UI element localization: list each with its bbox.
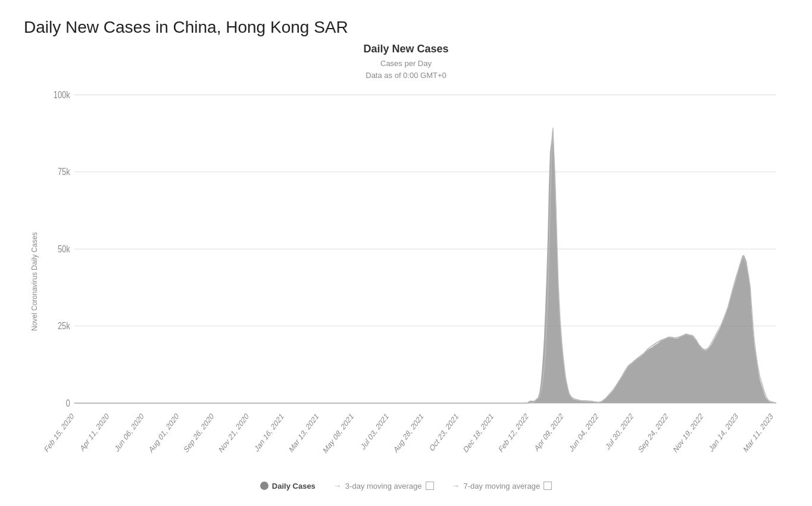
svg-text:Jul 30, 2022: Jul 30, 2022	[604, 411, 635, 452]
svg-text:May 08, 2021: May 08, 2021	[321, 411, 355, 455]
svg-text:50k: 50k	[58, 243, 70, 254]
svg-marker-31	[74, 127, 776, 403]
svg-text:Jan 14, 2023: Jan 14, 2023	[707, 411, 739, 454]
svg-text:Sep 26, 2020: Sep 26, 2020	[182, 411, 215, 455]
svg-text:Nov 19, 2022: Nov 19, 2022	[672, 411, 704, 455]
legend-arrow-3day: →	[333, 481, 342, 491]
svg-text:100k: 100k	[54, 89, 70, 100]
svg-text:Jan 16, 2021: Jan 16, 2021	[253, 411, 285, 454]
chart-subtitle: Cases per Day Data as of 0:00 GMT+0	[366, 58, 446, 81]
svg-text:Jun 06, 2020: Jun 06, 2020	[113, 411, 145, 454]
legend-arrow-7day: →	[452, 481, 460, 491]
svg-text:75k: 75k	[58, 165, 70, 177]
svg-text:Dec 18, 2021: Dec 18, 2021	[462, 411, 495, 455]
page-container: Daily New Cases in China, Hong Kong SAR …	[0, 0, 812, 506]
legend-dot-daily-cases	[260, 482, 268, 490]
legend-label-3day: 3-day moving average	[345, 482, 422, 491]
svg-text:Jul 03, 2021: Jul 03, 2021	[360, 411, 390, 452]
page-title: Daily New Cases in China, Hong Kong SAR	[24, 18, 788, 37]
svg-text:Apr 09, 2022: Apr 09, 2022	[533, 411, 564, 453]
legend-3day: → 3-day moving average	[333, 481, 434, 491]
chart-title: Daily New Cases	[363, 43, 448, 55]
legend-daily-cases: Daily Cases	[260, 482, 316, 491]
svg-text:Oct 23, 2021: Oct 23, 2021	[428, 411, 460, 453]
svg-text:25k: 25k	[58, 320, 70, 331]
legend-label-7day: 7-day moving average	[464, 482, 541, 491]
svg-text:Mar 13, 2021: Mar 13, 2021	[288, 411, 320, 454]
legend: Daily Cases → 3-day moving average → 7-d…	[260, 481, 552, 494]
svg-text:Aug 28, 2021: Aug 28, 2021	[392, 411, 425, 455]
legend-checkbox-3day[interactable]	[426, 482, 434, 490]
chart-plot: 100k 75k 50k 25k 0 Feb 15, 2020 Apr 11, …	[42, 87, 782, 476]
legend-label-daily-cases: Daily Cases	[272, 482, 316, 491]
svg-text:Feb 12, 2022: Feb 12, 2022	[497, 411, 530, 454]
svg-text:Apr 11, 2020: Apr 11, 2020	[79, 411, 110, 453]
svg-text:Nov 21, 2020: Nov 21, 2020	[217, 411, 250, 455]
legend-7day: → 7-day moving average	[452, 481, 552, 491]
y-axis-label: Novel Coronavirus Daily Cases	[24, 87, 42, 476]
svg-text:Aug 01, 2020: Aug 01, 2020	[148, 411, 180, 455]
svg-text:Jun 04, 2022: Jun 04, 2022	[568, 411, 600, 454]
svg-text:Sep 24, 2022: Sep 24, 2022	[637, 411, 670, 455]
chart-wrapper: Daily New Cases Cases per Day Data as of…	[24, 43, 788, 494]
legend-checkbox-7day[interactable]	[544, 482, 552, 490]
chart-inner: 100k 75k 50k 25k 0 Feb 15, 2020 Apr 11, …	[42, 87, 788, 476]
chart-area: Novel Coronavirus Daily Cases 100k 75k 5…	[24, 87, 788, 476]
svg-text:Feb 15, 2020: Feb 15, 2020	[43, 411, 76, 454]
svg-text:Mar 11, 2023: Mar 11, 2023	[742, 411, 774, 454]
svg-text:0: 0	[66, 397, 70, 408]
chart-svg: 100k 75k 50k 25k 0 Feb 15, 2020 Apr 11, …	[42, 87, 782, 476]
